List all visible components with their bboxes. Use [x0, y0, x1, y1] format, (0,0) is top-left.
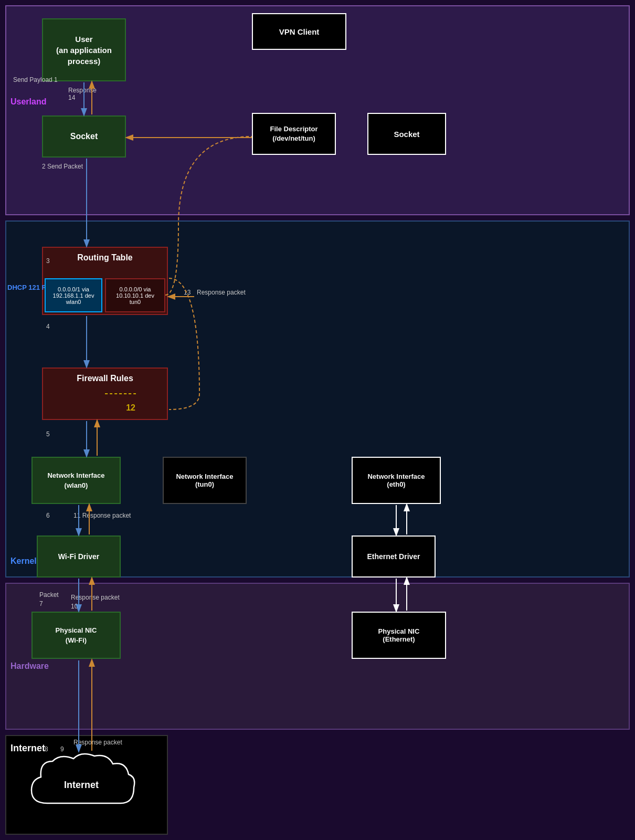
box-socket-right: Socket [367, 113, 446, 155]
firewall-num: 12 [126, 403, 135, 413]
box-nic-wifi: Physical NIC (Wi-Fi) [31, 612, 121, 659]
box-route2: 0.0.0.0/0 via 10.10.10.1 dev tun0 [105, 278, 165, 312]
label-kernel: Kernel [10, 556, 37, 566]
label-num4: 4 [46, 323, 50, 330]
label-num3: 3 [46, 257, 50, 265]
label-num10: Response packet 10 [71, 593, 120, 611]
box-nic-eth: Physical NIC (Ethernet) [352, 612, 446, 659]
box-fd: File Descriptor (/dev/net/tun) [252, 113, 336, 155]
tun0-label: Network Interface (tun0) [176, 472, 233, 488]
label-send-packet: 2 Send Packet [42, 163, 83, 170]
route2-label: 0.0.0.0/0 via 10.10.10.1 dev tun0 [116, 286, 154, 305]
label-num11: 11 Response packet [73, 512, 131, 519]
box-wlan0: Network Interface (wlan0) [31, 457, 121, 504]
routing-label: Routing Table [77, 253, 132, 262]
label-response-packet-13: Response packet [197, 289, 246, 296]
box-user: User (an application process) [42, 18, 126, 81]
user-label: User (an application process) [56, 34, 112, 67]
box-socket-user: Socket [42, 116, 126, 158]
box-eth0: Network Interface (eth0) [352, 457, 441, 504]
label-num6: 6 [46, 512, 50, 519]
label-send-payload: Send Payload 1 [13, 76, 58, 83]
nic-eth-label: Physical NIC (Ethernet) [378, 627, 420, 643]
box-wifi-driver: Wi-Fi Driver [37, 536, 121, 578]
box-vpn: VPN Client [252, 13, 346, 50]
eth0-label: Network Interface (eth0) [367, 472, 425, 488]
internet-label: Internet [64, 780, 99, 791]
label-num13: 13 [184, 289, 190, 296]
route1-label: 0.0.0.0/1 via 192.168.1.1 dev wlan0 [53, 286, 94, 305]
label-response-14: Response 14 [68, 87, 97, 101]
wifi-driver-label: Wi-Fi Driver [58, 552, 99, 561]
box-eth-driver: Ethernet Driver [352, 536, 436, 578]
firewall-label: Firewall Rules [77, 374, 133, 383]
socket-right-label: Socket [394, 130, 419, 139]
box-route1: 0.0.0.0/1 via 192.168.1.1 dev wlan0 [45, 278, 102, 312]
socket-user-label: Socket [70, 132, 98, 141]
label-userland: Userland [10, 97, 46, 107]
vpn-label: VPN Client [279, 27, 320, 36]
fd-label: File Descriptor (/dev/net/tun) [270, 124, 318, 143]
nic-wifi-label: Physical NIC (Wi-Fi) [56, 625, 97, 646]
box-tun0: Network Interface (tun0) [163, 457, 247, 504]
label-num5: 5 [46, 430, 50, 438]
internet-cloud: Internet [21, 751, 142, 819]
label-response-packet-9: Response packet [73, 739, 122, 746]
eth-driver-label: Ethernet Driver [367, 552, 420, 561]
label-hardware: Hardware [10, 662, 49, 671]
box-firewall: Firewall Rules 12 [42, 368, 168, 420]
wlan0-label: Network Interface (wlan0) [47, 470, 104, 491]
label-num7: Packet 7 [39, 591, 59, 608]
